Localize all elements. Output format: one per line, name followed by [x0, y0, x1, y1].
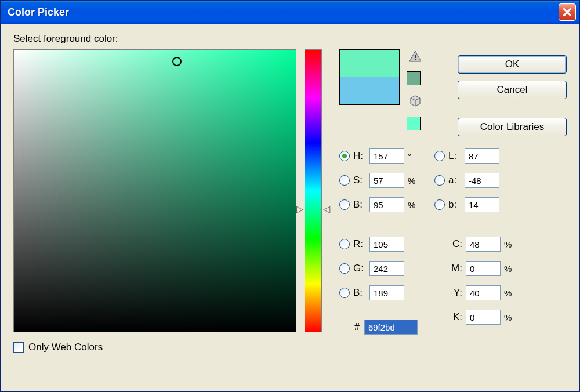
- dialog-content: Select foreground color: ▷ ◁: [1, 24, 579, 391]
- only-web-colors-row: Only Web Colors: [13, 342, 569, 353]
- radio-l[interactable]: [434, 151, 445, 161]
- unit-k: %: [504, 313, 514, 322]
- radio-h[interactable]: [339, 151, 350, 161]
- warning-icons-column: [407, 50, 424, 130]
- input-k[interactable]: [466, 310, 501, 325]
- unit-s: %: [408, 176, 418, 186]
- label-bb: B:: [353, 287, 366, 299]
- input-h[interactable]: [369, 148, 404, 164]
- input-c[interactable]: [466, 237, 501, 252]
- label-g: G:: [353, 263, 366, 274]
- label-m: M:: [448, 263, 462, 274]
- label-y: Y:: [448, 287, 462, 299]
- window-title: Color Picker: [8, 6, 69, 19]
- input-bv[interactable]: [369, 197, 404, 212]
- field-b: b:: [434, 197, 514, 213]
- close-button[interactable]: [559, 3, 576, 21]
- field-y: Y: %: [434, 285, 514, 301]
- color-picker-window: Color Picker Select foreground color: ▷ …: [0, 0, 580, 392]
- label-l: L:: [448, 150, 461, 162]
- radio-bv[interactable]: [339, 199, 350, 210]
- input-a[interactable]: [465, 173, 499, 188]
- label-k: K:: [448, 311, 462, 323]
- unit-m: %: [504, 264, 514, 274]
- titlebar[interactable]: Color Picker: [1, 1, 579, 24]
- label-bv: B:: [353, 199, 366, 210]
- unit-y: %: [504, 288, 514, 298]
- field-bb: B:: [339, 285, 418, 301]
- field-k: K: %: [434, 309, 514, 325]
- cancel-button[interactable]: Cancel: [458, 81, 567, 99]
- field-c: C: %: [434, 236, 514, 252]
- only-web-colors-checkbox[interactable]: [13, 342, 24, 353]
- radio-s[interactable]: [339, 175, 350, 186]
- field-a: a:: [434, 172, 514, 188]
- new-color-swatch[interactable]: [340, 50, 399, 77]
- svg-rect-0: [415, 55, 416, 58]
- label-h: H:: [353, 150, 366, 162]
- field-l: L:: [434, 148, 514, 164]
- unit-h: °: [408, 151, 418, 161]
- color-libraries-button[interactable]: Color Libraries: [458, 118, 567, 136]
- input-r[interactable]: [369, 237, 404, 252]
- field-h: H: °: [339, 148, 418, 164]
- unit-bv: %: [408, 200, 418, 210]
- prompt-label: Select foreground color:: [13, 33, 569, 45]
- radio-a[interactable]: [434, 175, 445, 186]
- label-a: a:: [448, 175, 461, 186]
- input-m[interactable]: [466, 261, 501, 276]
- input-l[interactable]: [465, 148, 499, 164]
- field-hex: #: [339, 320, 418, 335]
- color-field-cursor[interactable]: [172, 57, 182, 66]
- gamut-swatch[interactable]: [407, 71, 420, 85]
- color-field[interactable]: [13, 49, 296, 332]
- input-hex[interactable]: [364, 320, 418, 335]
- svg-rect-1: [415, 59, 416, 60]
- hue-slider-wrap: ▷ ◁: [304, 49, 322, 332]
- input-g[interactable]: [369, 261, 404, 276]
- radio-r[interactable]: [339, 239, 350, 249]
- current-color-swatch[interactable]: [340, 77, 399, 104]
- label-b: b:: [448, 199, 461, 210]
- field-s: S: %: [339, 172, 418, 188]
- radio-bb[interactable]: [339, 288, 350, 298]
- websafe-warning-icon[interactable]: [407, 95, 424, 107]
- dialog-buttons: OK Cancel Color Libraries: [458, 55, 567, 136]
- field-m: M: %: [434, 260, 514, 277]
- hsb-rgb-column: H: ° S: % B:: [339, 148, 418, 335]
- ok-button[interactable]: OK: [458, 55, 567, 74]
- radio-b[interactable]: [434, 199, 445, 210]
- input-bb[interactable]: [369, 285, 404, 300]
- hex-label: #: [354, 322, 360, 332]
- field-bv: B: %: [339, 197, 418, 213]
- hue-arrow-right-icon: ◁: [323, 205, 330, 214]
- lab-cmyk-column: L: a: b:: [434, 148, 514, 335]
- label-c: C:: [448, 238, 462, 250]
- field-r: R:: [339, 236, 418, 252]
- hue-arrow-left-icon: ▷: [296, 205, 303, 214]
- input-y[interactable]: [466, 285, 501, 300]
- close-icon: [563, 8, 571, 16]
- label-s: S:: [353, 175, 366, 186]
- input-lab-b[interactable]: [465, 197, 499, 212]
- color-swatch[interactable]: [339, 49, 400, 105]
- input-s[interactable]: [369, 173, 404, 188]
- radio-g[interactable]: [339, 263, 350, 274]
- hue-slider[interactable]: [304, 49, 322, 332]
- gamut-warning-icon[interactable]: [407, 50, 424, 62]
- unit-c: %: [504, 239, 514, 249]
- label-r: R:: [353, 238, 366, 250]
- websafe-swatch[interactable]: [407, 117, 420, 130]
- field-g: G:: [339, 260, 418, 277]
- only-web-colors-label: Only Web Colors: [28, 342, 103, 353]
